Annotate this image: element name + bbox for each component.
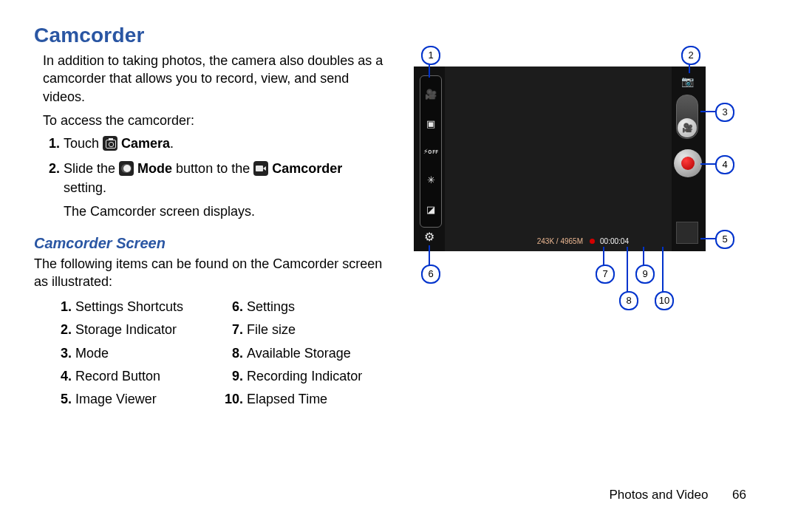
settings-shortcuts-bar[interactable]: 🎥 ▣ ⚡︎ᴏꜰꜰ ✳ ◪ <box>420 75 442 228</box>
intro-text: In addition to taking photos, the camera… <box>43 52 389 106</box>
callout-9: 9 <box>635 265 655 284</box>
page-footer: Photos and Video 66 <box>609 488 746 502</box>
settings-gear-icon[interactable]: ⚙ <box>424 230 434 244</box>
camcorder-screenshot: 243K / 4965M 00:00:04 🎥 ▣ ⚡︎ᴏꜰꜰ ✳ ◪ ⚙ 📷 … <box>414 66 706 251</box>
leader-line <box>627 247 628 293</box>
legend-col-1: Settings Shortcuts Storage Indicator Mod… <box>56 298 183 413</box>
legend-item: Storage Indicator <box>75 321 183 339</box>
shortcut-brightness-icon[interactable]: ✳ <box>427 175 435 185</box>
mode-icon <box>119 161 134 176</box>
storage-indicator-icon: 📷 <box>681 75 694 87</box>
elapsed-time-label: 00:00:04 <box>600 237 629 245</box>
step-2-sub: The Camcorder screen displays. <box>64 202 389 221</box>
step-2-text-e: setting. <box>64 180 106 195</box>
sub-intro: The following items can be found on the … <box>34 255 389 291</box>
legend-item: Settings <box>247 298 362 316</box>
leader-line <box>700 163 717 165</box>
callout-3: 3 <box>715 103 734 122</box>
step-2-bold-mode: Mode <box>137 161 172 176</box>
legend-item: Settings Shortcuts <box>75 298 183 316</box>
footer-section: Photos and Video <box>609 488 708 502</box>
legend-item: Image Viewer <box>75 390 183 409</box>
step-1: Touch Camera. <box>64 134 389 153</box>
step-1-bold: Camera <box>121 136 170 151</box>
legend-item: File size <box>247 321 362 339</box>
mode-switch[interactable]: 🎥 <box>676 95 698 139</box>
callout-1: 1 <box>421 46 440 65</box>
step-2-text-a: Slide the <box>64 161 119 176</box>
leader-line <box>700 238 717 239</box>
callout-4: 4 <box>715 155 734 174</box>
legend-item: Elapsed Time <box>247 390 362 409</box>
step-2-text-c: button to the <box>176 161 253 176</box>
camcorder-icon <box>253 161 268 176</box>
leader-line <box>643 247 644 266</box>
legend-item: Record Button <box>75 367 183 386</box>
callout-7: 7 <box>596 265 615 284</box>
callout-10: 10 <box>655 291 674 310</box>
callout-5: 5 <box>715 230 734 249</box>
leader-line <box>603 247 604 266</box>
subtitle: Camcorder Screen <box>34 235 389 252</box>
page-title: Camcorder <box>34 24 389 47</box>
access-line: To access the camcorder: <box>43 112 389 129</box>
record-button[interactable] <box>674 149 702 177</box>
preview-area: 243K / 4965M 00:00:04 <box>445 66 672 251</box>
file-size-label: 243K / 4965M <box>537 237 583 245</box>
step-2-bold-camc: Camcorder <box>272 161 342 176</box>
shortcut-camcorder-icon[interactable]: 🎥 <box>425 89 437 99</box>
legend-col-2: Settings File size Available Storage Rec… <box>228 298 362 413</box>
image-viewer-thumb[interactable] <box>676 222 698 244</box>
shortcut-exposure-icon[interactable]: ◪ <box>426 205 435 214</box>
step-2: Slide the Mode button to the Camcorder s… <box>64 159 389 221</box>
callout-6: 6 <box>421 265 440 284</box>
leader-line <box>429 245 430 266</box>
shortcut-recmode-icon[interactable]: ▣ <box>426 119 435 129</box>
leader-line <box>700 111 717 112</box>
legend-item: Mode <box>75 344 183 363</box>
callout-8: 8 <box>619 291 638 310</box>
leader-line <box>662 247 664 293</box>
shortcut-flash-icon[interactable]: ⚡︎ᴏꜰꜰ <box>423 149 438 155</box>
legend-item: Available Storage <box>247 344 362 363</box>
step-1-text-a: Touch <box>64 136 103 151</box>
legend-item: Recording Indicator <box>247 367 362 386</box>
step-1-text-c: . <box>170 136 174 151</box>
recording-indicator-icon <box>590 239 595 244</box>
mode-knob[interactable]: 🎥 <box>678 118 697 137</box>
camera-icon <box>103 136 117 151</box>
footer-page-number: 66 <box>732 488 746 502</box>
callout-2: 2 <box>681 46 700 65</box>
